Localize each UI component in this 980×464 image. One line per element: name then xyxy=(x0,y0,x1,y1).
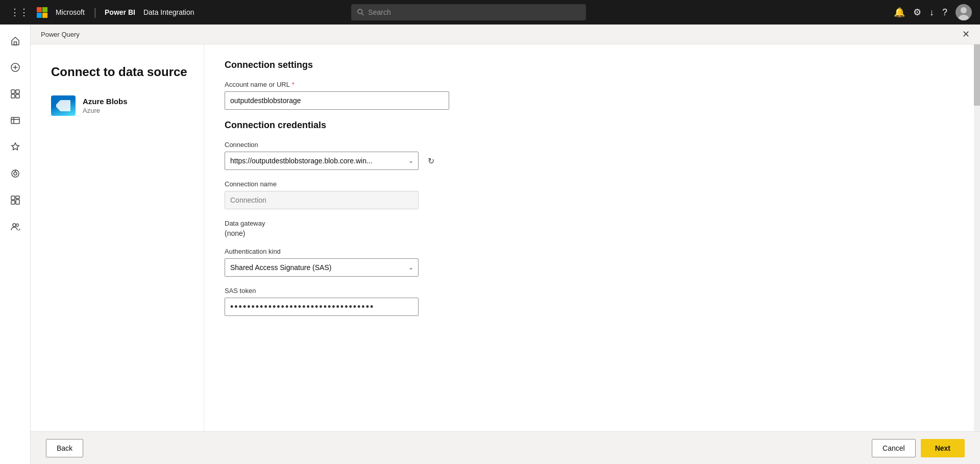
microsoft-label: Microsoft xyxy=(56,8,85,16)
close-button[interactable]: ✕ xyxy=(962,30,970,39)
svg-rect-5 xyxy=(14,42,16,45)
connection-select-wrapper: https://outputdestblobstorage.blob.core.… xyxy=(225,152,419,170)
svg-point-24 xyxy=(16,224,18,227)
topbar-right: 🔔 ⚙ ↓ ? xyxy=(894,4,972,20)
data-gateway-label: Data gateway xyxy=(225,219,960,227)
data-gateway-value: (none) xyxy=(225,229,960,237)
sidebar-item-datahub[interactable] xyxy=(3,108,28,133)
topbar: ⋮⋮ Microsoft | Power BI Data Integration… xyxy=(0,0,980,25)
help-icon[interactable]: ? xyxy=(942,7,947,18)
svg-rect-13 xyxy=(11,117,19,124)
grid-icon[interactable]: ⋮⋮ xyxy=(8,5,31,20)
refresh-button[interactable]: ↻ xyxy=(423,153,439,169)
search-input[interactable] xyxy=(368,8,580,16)
pq-header-title: Power Query xyxy=(41,31,80,38)
account-url-input[interactable] xyxy=(225,91,449,110)
connection-row: https://outputdestblobstorage.blob.core.… xyxy=(225,152,960,170)
connector-info: Azure Blobs Azure xyxy=(51,95,188,116)
next-button[interactable]: Next xyxy=(921,439,965,457)
sidebar-item-create[interactable] xyxy=(3,55,28,80)
sidebar-item-goals[interactable] xyxy=(3,135,28,159)
sas-token-input[interactable] xyxy=(225,298,419,316)
pq-panel: Power Query ✕ Connect to data source Azu… xyxy=(31,25,980,464)
connection-name-group: Connection name xyxy=(225,180,960,209)
auth-kind-group: Authentication kind Shared Access Signat… xyxy=(225,248,960,277)
powerbi-label: Power BI xyxy=(105,8,135,16)
cancel-button[interactable]: Cancel xyxy=(872,439,916,457)
sidebar-item-browse[interactable] xyxy=(3,82,28,106)
connector-icon xyxy=(51,95,76,116)
footer: Back Cancel Next xyxy=(31,431,980,464)
svg-point-17 xyxy=(14,172,17,175)
sas-token-label: SAS token xyxy=(225,287,960,295)
sas-token-group: SAS token xyxy=(225,287,960,316)
pq-body: Connect to data source Azure Blobs Azure xyxy=(31,44,980,431)
data-gateway-group: Data gateway (none) xyxy=(225,219,960,237)
auth-kind-wrapper: Shared Access Signature (SAS) Account Ke… xyxy=(225,258,419,277)
svg-point-3 xyxy=(961,7,967,13)
connection-name-input[interactable] xyxy=(225,191,419,209)
scrollbar-track xyxy=(974,44,980,431)
sidebar-item-metrics[interactable] xyxy=(3,161,28,186)
main-area: Power Query ✕ Connect to data source Azu… xyxy=(31,25,980,464)
svg-rect-11 xyxy=(11,94,15,98)
sidebar-item-home[interactable] xyxy=(3,29,28,53)
avatar[interactable] xyxy=(955,4,972,20)
scrollbar-thumb[interactable] xyxy=(974,44,980,106)
search-icon xyxy=(357,9,364,16)
connection-settings-title: Connection settings xyxy=(225,60,960,70)
connector-details: Azure Blobs Azure xyxy=(83,97,128,114)
sidebar-item-people[interactable] xyxy=(3,214,28,239)
svg-rect-19 xyxy=(11,196,15,200)
sidebar-item-apps[interactable] xyxy=(3,188,28,212)
svg-rect-12 xyxy=(16,94,19,98)
nav-divider: | xyxy=(94,7,96,18)
svg-rect-20 xyxy=(16,196,19,199)
layout: Power Query ✕ Connect to data source Azu… xyxy=(0,25,980,464)
back-button[interactable]: Back xyxy=(46,439,83,457)
connection-group: Connection https://outputdestblobstorage… xyxy=(225,141,960,170)
connection-name-label: Connection name xyxy=(225,180,960,188)
connector-type: Azure xyxy=(83,107,128,114)
search-box[interactable] xyxy=(351,4,586,20)
microsoft-logo xyxy=(37,7,47,18)
form-panel: Connection settings Account name or URL … xyxy=(204,44,980,431)
connector-panel: Connect to data source Azure Blobs Azure xyxy=(31,44,204,431)
notification-icon[interactable]: 🔔 xyxy=(894,7,905,18)
auth-kind-select[interactable]: Shared Access Signature (SAS) Account Ke… xyxy=(225,258,419,277)
svg-line-1 xyxy=(362,13,364,15)
settings-icon[interactable]: ⚙ xyxy=(913,7,921,18)
section-label: Data Integration xyxy=(143,8,194,16)
footer-right: Cancel Next xyxy=(872,439,965,457)
connection-label: Connection xyxy=(225,141,960,149)
account-url-group: Account name or URL * xyxy=(225,81,960,110)
svg-point-0 xyxy=(358,9,362,14)
account-url-label: Account name or URL * xyxy=(225,81,960,88)
pq-header: Power Query ✕ xyxy=(31,25,980,44)
download-icon[interactable]: ↓ xyxy=(929,7,934,18)
auth-kind-label: Authentication kind xyxy=(225,248,960,255)
svg-rect-9 xyxy=(11,90,15,93)
page-title: Connect to data source xyxy=(51,65,188,79)
connector-name: Azure Blobs xyxy=(83,97,128,106)
svg-rect-22 xyxy=(16,200,19,204)
connection-credentials-title: Connection credentials xyxy=(225,120,960,131)
connection-select[interactable]: https://outputdestblobstorage.blob.core.… xyxy=(225,152,419,170)
svg-rect-10 xyxy=(16,90,19,93)
svg-point-23 xyxy=(13,224,16,227)
required-indicator: * xyxy=(292,81,295,88)
svg-rect-21 xyxy=(11,201,15,204)
sidebar xyxy=(0,25,31,464)
